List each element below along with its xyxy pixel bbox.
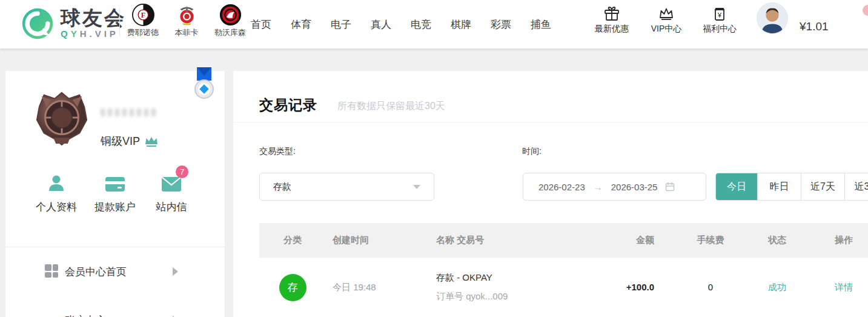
main-nav: 首页 体育 电子 真人 电竞 棋牌 彩票 捕鱼 bbox=[241, 0, 561, 48]
time-filter-label: 时间: bbox=[522, 146, 542, 157]
sidebar-item-profile[interactable]: 个人资料 bbox=[27, 172, 85, 214]
page-subtitle: 所有数据只保留最近30天 bbox=[337, 100, 445, 113]
transaction-name: 存款 - OKPAY bbox=[436, 272, 611, 284]
username-obscured bbox=[101, 108, 158, 116]
vip-medal-icon bbox=[192, 67, 216, 104]
partner-benfica[interactable]: 本菲卡 bbox=[170, 4, 204, 38]
user-icon bbox=[47, 174, 65, 192]
transactions-table: 分类 创建时间 名称 交易号 金额 手续费 状态 操作 存 今日 19:48 存… bbox=[259, 223, 868, 317]
wallet-icon bbox=[45, 313, 59, 317]
date-to: 2026-03-25 bbox=[611, 182, 658, 192]
vip-level-emblem bbox=[33, 89, 90, 147]
account-balance: ¥1.01 bbox=[800, 20, 829, 33]
leverkusen-logo-icon bbox=[219, 4, 242, 26]
sidebar-item-withdraw-account[interactable]: 提款账户 bbox=[86, 172, 144, 214]
col-amount: 金额 bbox=[611, 235, 677, 246]
table-row: 存 今日 19:48 存款 - OKPAY 订单号 qyok...009 +10… bbox=[259, 258, 868, 317]
mail-icon bbox=[161, 176, 182, 192]
sidebar-divider bbox=[5, 247, 225, 247]
partner-feyenoord[interactable]: F 费耶诺德 bbox=[126, 4, 160, 38]
promo-link[interactable]: 最新优惠 bbox=[589, 6, 635, 35]
deposit-badge: 存 bbox=[279, 274, 306, 301]
page-title: 交易记录 bbox=[259, 96, 317, 115]
chevron-down-icon bbox=[413, 185, 420, 189]
nav-cards[interactable]: 棋牌 bbox=[442, 18, 480, 32]
range-arrow-icon: → bbox=[594, 182, 603, 192]
sidebar-item-account-center[interactable]: 账户中心 bbox=[5, 308, 225, 317]
bank-card-icon bbox=[105, 176, 125, 192]
nav-sports[interactable]: 体育 bbox=[282, 18, 320, 32]
user-avatar[interactable] bbox=[757, 2, 788, 34]
created-time: 今日 19:48 bbox=[333, 282, 376, 292]
member-sidebar: 铜级VIP 个人资料 提款账户 7 bbox=[5, 71, 225, 317]
col-fee: 手续费 bbox=[677, 235, 744, 246]
site-logo[interactable]: 球友会 QYH.VIP bbox=[21, 7, 126, 41]
sidebar-item-messages[interactable]: 7 站内信 bbox=[142, 172, 200, 214]
date-from: 2026-02-23 bbox=[538, 182, 585, 192]
vip-center-link[interactable]: VIP中心 bbox=[643, 6, 689, 35]
transaction-order-id: 订单号 qyok...009 bbox=[436, 291, 611, 302]
nav-fishing[interactable]: 捕鱼 bbox=[522, 18, 560, 32]
nav-lottery[interactable]: 彩票 bbox=[482, 18, 520, 32]
range-yesterday-button[interactable]: 昨日 bbox=[757, 173, 801, 200]
range-7days-button[interactable]: 近7天 bbox=[801, 173, 844, 200]
col-created: 创建时间 bbox=[326, 235, 423, 246]
chevron-right-icon bbox=[173, 267, 178, 276]
feyenoord-logo-icon: F bbox=[132, 4, 154, 26]
vip-crown-icon bbox=[145, 136, 158, 147]
col-status: 状态 bbox=[744, 235, 810, 246]
vip-level-label: 铜级VIP bbox=[101, 134, 140, 148]
col-name-txid: 名称 交易号 bbox=[423, 235, 611, 246]
floating-widget-partial[interactable] bbox=[863, 5, 868, 16]
transaction-amount: +100.0 bbox=[626, 282, 654, 292]
table-header-row: 分类 创建时间 名称 交易号 金额 手续费 状态 操作 bbox=[259, 223, 868, 258]
benfica-logo-icon bbox=[176, 4, 198, 26]
range-30days-button[interactable]: 近30天 bbox=[844, 173, 868, 200]
type-filter-label: 交易类型: bbox=[259, 146, 296, 157]
top-header: 球友会 QYH.VIP F 费耶诺德 本菲卡 bbox=[0, 0, 868, 48]
transaction-type-select[interactable]: 存款 bbox=[259, 173, 434, 201]
nav-slots[interactable]: 电子 bbox=[322, 18, 360, 32]
header-divider bbox=[119, 8, 120, 36]
selected-type: 存款 bbox=[273, 181, 291, 193]
nav-home[interactable]: 首页 bbox=[242, 18, 280, 32]
svg-text:¥: ¥ bbox=[717, 12, 722, 19]
title-divider bbox=[233, 122, 868, 122]
welfare-center-link[interactable]: ¥ 福利中心 bbox=[697, 6, 743, 35]
sponsor-logos: F 费耶诺德 本菲卡 勒沃库森 bbox=[126, 4, 247, 38]
brand-name: 球友会 bbox=[61, 8, 126, 28]
coin-jar-icon: ¥ bbox=[712, 6, 727, 22]
col-action: 操作 bbox=[810, 235, 868, 246]
quick-range-group: 今日 昨日 近7天 近30天 bbox=[715, 173, 868, 201]
status-badge: 成功 bbox=[768, 282, 786, 292]
details-link[interactable]: 详情 bbox=[835, 282, 853, 292]
dashboard-grid-icon bbox=[45, 264, 59, 279]
unread-badge: 7 bbox=[176, 165, 188, 178]
brand-domain: QYH.VIP bbox=[61, 29, 126, 39]
transaction-records-panel: 交易记录 所有数据只保留最近30天 交易类型: 时间: 存款 2026-02-2… bbox=[233, 71, 868, 317]
col-category: 分类 bbox=[259, 235, 326, 246]
range-today-button[interactable]: 今日 bbox=[716, 173, 757, 200]
svg-text:F: F bbox=[141, 11, 145, 19]
nav-live[interactable]: 真人 bbox=[362, 18, 400, 32]
calendar-icon bbox=[665, 182, 675, 192]
avatar-photo bbox=[757, 3, 787, 33]
sidebar-item-member-home[interactable]: 会员中心首页 bbox=[5, 259, 225, 284]
crown-icon bbox=[658, 6, 674, 22]
date-range-input[interactable]: 2026-02-23 → 2026-03-25 bbox=[523, 173, 706, 201]
brand-logo-icon bbox=[21, 7, 55, 41]
transaction-fee: 0 bbox=[708, 282, 713, 292]
nav-esports[interactable]: 电竞 bbox=[402, 18, 440, 32]
gift-icon bbox=[604, 6, 620, 22]
